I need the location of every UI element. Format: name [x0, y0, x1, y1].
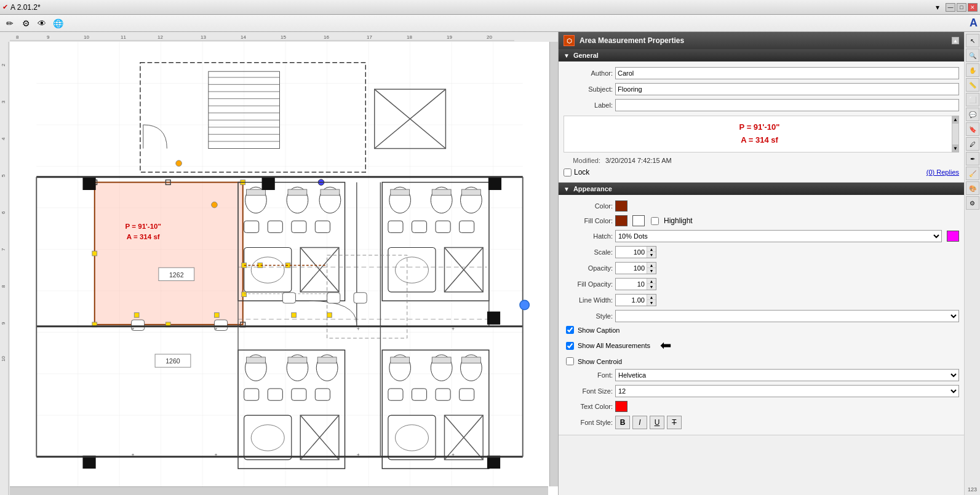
- svg-text:+: +: [214, 452, 217, 458]
- show-all-measurements-checkbox[interactable]: [566, 342, 574, 350]
- svg-text:A = 314 sf: A = 314 sf: [127, 233, 160, 240]
- tool-6[interactable]: 💬: [966, 108, 979, 121]
- title-bar: ✔ A 2.01.2* ▾ — □ ✕: [0, 0, 980, 15]
- vertical-scrollbar[interactable]: [549, 42, 558, 486]
- tool-10[interactable]: 🧹: [966, 167, 979, 180]
- svg-text:+: +: [452, 326, 455, 332]
- highlight-checkbox[interactable]: [651, 217, 659, 225]
- pencil-toolbar-btn[interactable]: ✏: [2, 17, 17, 30]
- tool-2[interactable]: 🔍: [966, 49, 979, 62]
- svg-rect-160: [354, 293, 367, 303]
- svg-rect-120: [244, 389, 259, 400]
- opacity-spinner-btns: ▲ ▼: [647, 263, 656, 274]
- show-caption-checkbox[interactable]: [566, 326, 574, 334]
- scale-input[interactable]: [616, 247, 647, 258]
- svg-text:9: 9: [47, 34, 50, 40]
- svg-text:8: 8: [16, 34, 19, 40]
- replies-link[interactable]: (0) Replies: [926, 168, 959, 176]
- text-color-swatch[interactable]: [615, 401, 627, 412]
- tool-4[interactable]: 📏: [966, 78, 979, 92]
- svg-text:17: 17: [367, 34, 372, 40]
- fill-color-swatch[interactable]: [615, 215, 627, 226]
- general-section-header[interactable]: ▼ General: [559, 49, 964, 61]
- svg-text:P = 91'-10": P = 91'-10": [125, 223, 161, 230]
- font-select[interactable]: Helvetica Arial Times New Roman Courier …: [615, 369, 959, 381]
- fill-opacity-input[interactable]: [616, 279, 647, 290]
- hatch-color-swatch[interactable]: [947, 231, 959, 242]
- measurement-display: P = 91'-10" A = 314 sf: [564, 116, 955, 152]
- tool-3[interactable]: ✋: [966, 63, 979, 77]
- blueprint-drawing: P = 91'-10" A = 314 sf 1262 1260: [10, 42, 549, 486]
- tool-12[interactable]: ⚙: [966, 196, 979, 210]
- svg-text:11: 11: [121, 34, 126, 40]
- modified-value: 3/20/2014 7:42:15 AM: [605, 157, 672, 164]
- underline-button[interactable]: U: [650, 416, 664, 429]
- svg-rect-155: [242, 292, 247, 297]
- show-centroid-row: Show Centroid: [559, 355, 964, 367]
- measurement-scrollbar[interactable]: ▲ ▼: [952, 116, 959, 152]
- svg-rect-83: [247, 189, 266, 196]
- close-button[interactable]: ✕: [968, 3, 978, 12]
- view-toolbar-btn[interactable]: 👁: [34, 17, 49, 30]
- opacity-label: Opacity:: [564, 264, 613, 272]
- lock-checkbox-wrap: Lock: [564, 168, 589, 176]
- italic-button[interactable]: I: [632, 416, 647, 429]
- font-size-select[interactable]: 12 8 9 10 11 14 16 18 24: [615, 385, 959, 397]
- modified-row: Modified: 3/20/2014 7:42:15 AM: [559, 155, 964, 166]
- tool-1[interactable]: ↖: [966, 34, 979, 47]
- color-label: Color:: [564, 202, 613, 210]
- opacity-input[interactable]: [616, 263, 647, 274]
- line-width-input[interactable]: [616, 295, 647, 306]
- measurement-line1: P = 91'-10": [569, 121, 950, 134]
- svg-rect-131: [391, 357, 410, 363]
- bold-button[interactable]: B: [615, 416, 630, 429]
- show-centroid-checkbox[interactable]: [566, 357, 574, 365]
- fill-color-white-swatch[interactable]: [632, 215, 645, 226]
- maximize-button[interactable]: □: [957, 3, 966, 12]
- style-select[interactable]: Solid Dashed Dotted: [615, 310, 959, 322]
- globe-toolbar-btn[interactable]: 🌐: [50, 17, 65, 30]
- svg-text:+: +: [132, 326, 135, 332]
- show-centroid-label: Show Centroid: [578, 358, 622, 365]
- general-collapse-icon: ▼: [564, 52, 570, 59]
- scale-down-btn[interactable]: ▼: [647, 252, 656, 258]
- label-input[interactable]: [615, 99, 959, 111]
- horizontal-scrollbar[interactable]: [10, 486, 548, 495]
- show-caption-row: Show Caption: [559, 324, 964, 336]
- appearance-section: ▼ Appearance Color: Fill Color: Highligh…: [559, 183, 964, 435]
- appearance-section-header[interactable]: ▼ Appearance: [559, 183, 964, 195]
- line-width-down-btn[interactable]: ▼: [647, 300, 656, 306]
- lock-checkbox[interactable]: [564, 168, 572, 176]
- scale-up-btn[interactable]: ▲: [647, 247, 656, 252]
- tool-5[interactable]: ⬜: [966, 93, 979, 106]
- author-input[interactable]: [615, 67, 959, 79]
- color-swatch[interactable]: [615, 200, 627, 212]
- subject-input[interactable]: [615, 83, 959, 95]
- panel-scroll-up[interactable]: ▲: [952, 37, 959, 44]
- settings-toolbar-btn[interactable]: ⚙: [18, 17, 33, 30]
- strikethrough-button[interactable]: T: [667, 416, 682, 429]
- main-toolbar: ✏ ⚙ 👁 🌐 A: [0, 15, 980, 32]
- fill-opacity-spinner: ▲ ▼: [615, 278, 656, 290]
- fill-opacity-up-btn[interactable]: ▲: [647, 279, 656, 284]
- line-width-up-btn[interactable]: ▲: [647, 295, 656, 300]
- scroll-up-btn[interactable]: ▲: [952, 116, 958, 124]
- tool-8[interactable]: 🖊: [966, 137, 979, 151]
- scroll-down-btn[interactable]: ▼: [952, 145, 958, 152]
- tool-7[interactable]: 🔖: [966, 122, 979, 136]
- minimize-button[interactable]: —: [946, 3, 955, 12]
- opacity-down-btn[interactable]: ▼: [647, 268, 656, 274]
- svg-rect-161: [134, 313, 139, 318]
- general-section-content: Author: Subject: Label: P = 91'-10": [559, 61, 964, 182]
- svg-rect-168: [262, 177, 275, 190]
- fill-color-label: Fill Color:: [564, 217, 613, 224]
- opacity-up-btn[interactable]: ▲: [647, 263, 656, 268]
- tool-11[interactable]: 🎨: [966, 181, 979, 195]
- svg-rect-162: [214, 313, 219, 318]
- blueprint-canvas[interactable]: 8 9 10 11 12 13 14 15 16 17 18 19 20 2 3: [0, 32, 558, 495]
- title-dropdown[interactable]: ▾: [936, 3, 939, 12]
- hatch-select[interactable]: 10% Dots None 25% Dots 50% Dots Solid Cr…: [615, 230, 942, 242]
- svg-text:13: 13: [201, 34, 206, 40]
- tool-9[interactable]: ✒: [966, 152, 979, 165]
- fill-opacity-down-btn[interactable]: ▼: [647, 284, 656, 290]
